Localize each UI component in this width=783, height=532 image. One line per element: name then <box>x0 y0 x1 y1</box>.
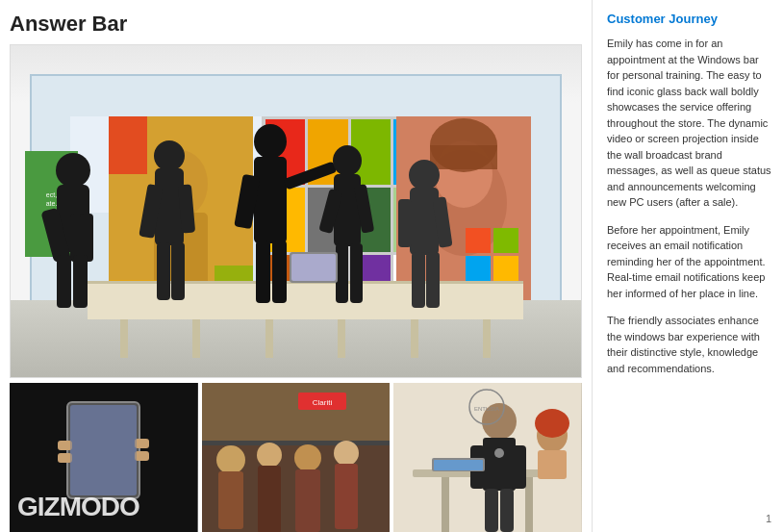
svg-rect-39 <box>350 243 363 303</box>
svg-rect-60 <box>218 471 243 529</box>
bottom-photo-gizmodo: GIZMODO <box>10 383 198 532</box>
store-bg: ENTUSIA <box>393 383 582 532</box>
svg-point-61 <box>257 443 282 468</box>
svg-rect-45 <box>426 252 440 308</box>
svg-point-59 <box>216 445 245 474</box>
svg-rect-64 <box>295 469 320 532</box>
svg-rect-55 <box>70 405 137 495</box>
paragraph-2: Before her appointment, Emily receives a… <box>607 222 771 302</box>
bottom-photo-store: ENTUSIA <box>393 383 582 532</box>
ms-flag-logo <box>466 228 518 281</box>
svg-point-65 <box>334 441 359 466</box>
bottom-photo-crowd: Clariti <box>202 383 391 532</box>
svg-rect-79 <box>485 489 498 532</box>
tablet-on-counter <box>290 252 338 286</box>
store-image: ENTUSIA <box>393 383 581 532</box>
svg-rect-53 <box>135 439 149 448</box>
svg-point-22 <box>154 140 185 171</box>
svg-rect-19 <box>80 214 93 262</box>
svg-rect-11 <box>466 228 491 253</box>
gizmodo-label: GIZMODO <box>17 492 139 522</box>
svg-rect-44 <box>412 252 425 308</box>
crowd-bg: Clariti <box>202 383 391 532</box>
section-title: Customer Journey <box>607 12 771 26</box>
svg-rect-54 <box>135 451 149 461</box>
main-illustration: Microsoft GURU BAR <box>10 44 582 378</box>
svg-rect-12 <box>493 228 518 253</box>
svg-point-76 <box>494 448 504 458</box>
svg-rect-62 <box>258 466 281 532</box>
right-panel: Customer Journey Emily has come in for a… <box>592 0 783 532</box>
paragraph-3: The friendly associates enhance the wind… <box>607 313 771 376</box>
svg-rect-52 <box>58 453 72 463</box>
svg-rect-58 <box>202 441 390 445</box>
svg-rect-47 <box>291 254 336 281</box>
people-silhouettes <box>11 113 582 324</box>
svg-rect-73 <box>525 477 533 532</box>
svg-rect-82 <box>538 450 567 479</box>
svg-rect-13 <box>466 256 491 281</box>
svg-rect-57 <box>202 383 390 441</box>
svg-point-34 <box>333 145 362 176</box>
svg-text:ENTUSIA: ENTUSIA <box>474 406 499 412</box>
svg-rect-75 <box>483 438 516 491</box>
svg-rect-26 <box>157 242 170 300</box>
page-number: 1 <box>766 513 771 524</box>
svg-point-83 <box>535 409 569 438</box>
svg-rect-80 <box>500 489 514 532</box>
svg-rect-14 <box>493 256 518 281</box>
page-title: Answer Bar <box>10 12 582 37</box>
svg-rect-78 <box>512 445 526 489</box>
svg-rect-66 <box>335 464 358 529</box>
paragraph-1: Emily has come in for an appointment at … <box>607 36 771 211</box>
svg-rect-32 <box>256 241 270 303</box>
svg-rect-27 <box>171 242 185 300</box>
svg-point-15 <box>56 153 90 188</box>
svg-rect-41 <box>410 188 439 255</box>
svg-rect-29 <box>254 157 287 243</box>
svg-rect-51 <box>58 441 72 450</box>
svg-text:Clariti: Clariti <box>312 398 332 407</box>
svg-rect-20 <box>57 255 71 308</box>
svg-rect-72 <box>442 477 449 532</box>
svg-rect-33 <box>272 241 287 303</box>
svg-point-63 <box>294 444 321 471</box>
svg-rect-85 <box>434 460 483 470</box>
left-panel: Answer Bar Microsoft GURU BAR <box>0 0 592 532</box>
svg-point-28 <box>254 124 287 159</box>
svg-rect-42 <box>398 199 412 247</box>
svg-rect-21 <box>73 255 88 308</box>
svg-point-40 <box>409 160 440 190</box>
svg-rect-30 <box>284 161 338 190</box>
bottom-photos-strip: GIZMODO <box>10 383 582 532</box>
crowd-image: Clariti <box>202 383 390 532</box>
